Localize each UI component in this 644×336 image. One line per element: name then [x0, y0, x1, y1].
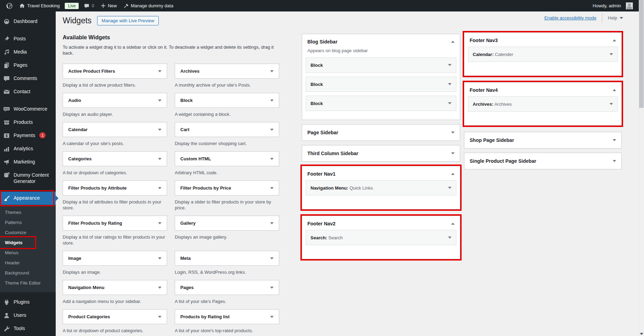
sidebar-panel-shop-page-sidebar[interactable]: Shop Page Sidebar — [464, 132, 622, 149]
sidebar-item-appearance[interactable]: Appearance — [0, 192, 56, 205]
wordpress-logo-icon[interactable] — [3, 0, 16, 11]
widget-card[interactable]: Product Categories — [63, 309, 167, 324]
chevron-down-icon[interactable] — [448, 187, 451, 189]
submenu-item-customize[interactable]: Customize — [0, 227, 56, 238]
panel-header[interactable]: Blog Sidebar — [302, 34, 460, 48]
submenu-item-background[interactable]: Background — [0, 268, 56, 278]
sidebar-panel-single-product-page-sidebar[interactable]: Single Product Page Sidebar — [464, 153, 622, 169]
chevron-down-icon[interactable] — [270, 70, 274, 72]
manage-live-preview-button[interactable]: Manage with Live Preview — [97, 16, 159, 25]
widget-card[interactable]: Block — [175, 93, 279, 108]
chevron-down-icon[interactable] — [158, 316, 162, 318]
chevron-up-icon[interactable] — [451, 41, 455, 43]
widget-card[interactable]: Categories — [63, 151, 167, 166]
sidebar-item-pages[interactable]: Pages — [0, 59, 56, 72]
chevron-down-icon[interactable] — [448, 83, 451, 85]
sidebar-item-payments[interactable]: $ Payments 1 — [0, 129, 56, 142]
widget-card[interactable]: Cart — [175, 122, 279, 137]
panel-header[interactable]: Footer Nav3 — [464, 33, 621, 47]
widget-card[interactable]: Filter Products by Price — [175, 181, 279, 195]
widget-card[interactable]: Custom HTML — [175, 151, 279, 166]
chevron-down-icon[interactable] — [270, 316, 274, 318]
chevron-down-icon[interactable] — [451, 131, 455, 134]
chevron-up-icon[interactable] — [613, 89, 616, 91]
sidebar-item-plugins[interactable]: Plugins — [0, 296, 56, 309]
chevron-down-icon[interactable] — [270, 158, 274, 160]
chevron-down-icon[interactable] — [158, 222, 162, 224]
widget-card[interactable]: Image — [63, 251, 167, 266]
chevron-down-icon[interactable] — [158, 129, 162, 131]
chevron-down-icon[interactable] — [158, 257, 162, 259]
sidebar-item-media[interactable]: Media — [0, 46, 56, 59]
chevron-up-icon[interactable] — [451, 173, 455, 175]
chevron-down-icon[interactable] — [448, 102, 451, 104]
panel-header[interactable]: Footer Nav2 — [302, 216, 460, 230]
widget-card[interactable]: Navigation Menu — [63, 280, 167, 295]
widget-card[interactable]: Meta — [175, 251, 279, 266]
widget-card[interactable]: Active Product Filters — [63, 64, 167, 79]
sidebar-item-marketing[interactable]: Marketing — [0, 155, 56, 169]
widget-bar[interactable]: Navigation Menu: Quick Links — [306, 180, 456, 195]
help-dropdown[interactable]: Help — [602, 13, 629, 23]
sidebar-item-woocommerce[interactable]: WOO WooCommerce — [0, 103, 56, 116]
chevron-down-icon[interactable] — [270, 129, 274, 131]
chevron-down-icon[interactable] — [610, 103, 613, 105]
panel-header[interactable]: Footer Nav4 — [464, 82, 621, 96]
widget-card[interactable]: Filter Products by Rating — [63, 216, 167, 231]
chevron-down-icon[interactable] — [451, 152, 455, 154]
chevron-down-icon[interactable] — [613, 139, 616, 141]
sidebar-panel-page-sidebar[interactable]: Page Sidebar — [302, 124, 460, 141]
submenu-item-themes[interactable]: Themes — [0, 207, 56, 217]
sidebar-item-tools[interactable]: Tools — [0, 322, 56, 335]
chevron-down-icon[interactable] — [448, 64, 451, 66]
panel-header[interactable]: Footer Nav1 — [302, 166, 460, 180]
sidebar-panel-third-column-sidebar[interactable]: Third Column Sidebar — [302, 145, 460, 162]
submenu-item-patterns[interactable]: Patterns — [0, 217, 56, 227]
sidebar-item-dashboard[interactable]: Dashboard — [0, 15, 56, 28]
widget-bar[interactable]: Block — [306, 57, 456, 73]
widget-card[interactable]: Calendar — [63, 122, 167, 137]
chevron-up-icon[interactable] — [451, 223, 455, 225]
sidebar-item-comments[interactable]: Comments — [0, 72, 56, 85]
chevron-down-icon[interactable] — [270, 222, 274, 224]
widget-bar[interactable]: Search: Search — [306, 230, 456, 245]
widget-card[interactable]: Archives — [175, 64, 279, 79]
sidebar-item-dummy-content[interactable]: Dummy Content Generator — [0, 169, 56, 187]
chevron-down-icon[interactable] — [158, 287, 162, 289]
chevron-down-icon[interactable] — [158, 70, 162, 72]
scrollbar-thumb[interactable] — [639, 0, 644, 108]
submenu-item-header[interactable]: Header — [0, 258, 56, 268]
sidebar-item-users[interactable]: Users — [0, 309, 56, 322]
scrollbar-down-arrow[interactable] — [640, 333, 643, 335]
chevron-down-icon[interactable] — [158, 99, 162, 102]
sidebar-item-contact[interactable]: Contact — [0, 85, 56, 98]
chevron-down-icon[interactable] — [270, 187, 274, 189]
chevron-down-icon[interactable] — [158, 187, 162, 189]
comments-adminbar-item[interactable]: 0 — [81, 0, 97, 11]
chevron-down-icon[interactable] — [448, 237, 451, 239]
submenu-item-menus[interactable]: Menus — [0, 248, 56, 258]
site-menu-item[interactable]: Travel Ebooking — [16, 0, 63, 11]
widget-card[interactable]: Pages — [175, 280, 279, 295]
page-scrollbar[interactable] — [639, 0, 644, 336]
submenu-item-widgets[interactable]: Widgets — [0, 238, 56, 248]
sidebar-item-posts[interactable]: Posts — [0, 32, 56, 46]
manage-dummy-data-item[interactable]: Manage dummy data — [120, 0, 176, 11]
chevron-down-icon[interactable] — [270, 257, 274, 259]
widget-card[interactable]: Filter Products by Attribute — [63, 181, 167, 195]
chevron-down-icon[interactable] — [270, 287, 274, 289]
sidebar-item-analytics[interactable]: Analytics — [0, 142, 56, 155]
widget-bar[interactable]: Block — [306, 77, 456, 92]
new-content-button[interactable]: New — [97, 0, 120, 11]
widget-card[interactable]: Gallery — [175, 216, 279, 231]
widget-card[interactable]: Audio — [63, 93, 167, 108]
chevron-down-icon[interactable] — [613, 160, 616, 162]
widget-bar[interactable]: Calendar: Calender — [468, 47, 618, 62]
submenu-item-theme-file-editor[interactable]: Theme File Editor — [0, 278, 56, 288]
chevron-down-icon[interactable] — [270, 99, 274, 102]
widget-bar[interactable]: Archives: Archives — [468, 96, 618, 112]
howdy-account-item[interactable]: Howdy, admin — [590, 0, 636, 11]
chevron-down-icon[interactable] — [610, 53, 613, 55]
widget-bar[interactable]: Block — [306, 96, 456, 111]
widget-card[interactable]: Products by Rating list — [175, 309, 279, 324]
